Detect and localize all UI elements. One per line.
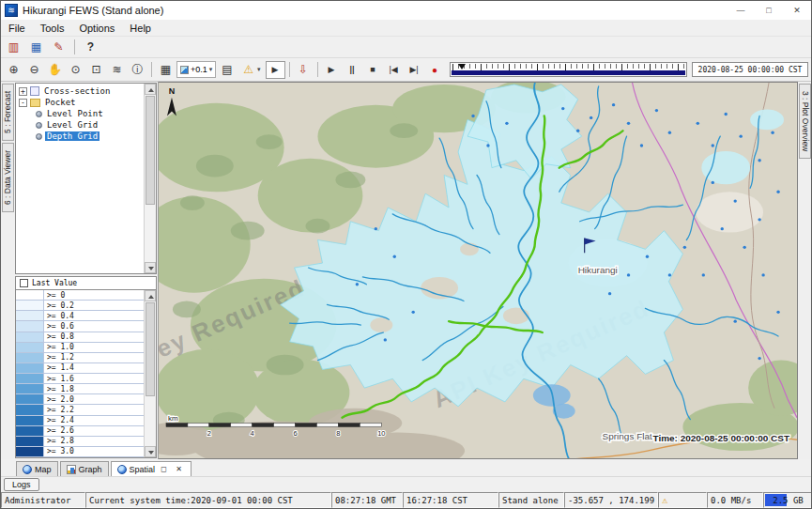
tree-item-level-point[interactable]: Level Point bbox=[16, 108, 144, 119]
record-button[interactable]: ● bbox=[425, 61, 445, 79]
legend-row[interactable]: >= 1.6 bbox=[16, 374, 144, 384]
legend-row[interactable]: >= 1.4 bbox=[16, 363, 144, 374]
animation-button[interactable]: ▶ bbox=[266, 61, 285, 79]
zoom-in-button[interactable]: ⊕ bbox=[4, 61, 23, 79]
zoom-out-button[interactable]: ⊖ bbox=[24, 61, 44, 79]
skip-to-start-button[interactable]: |◀ bbox=[384, 61, 404, 79]
timeline-datetime[interactable]: 2020-08-25 00:00:00 CST bbox=[692, 62, 808, 77]
map-view[interactable]: API Key Required API Key Required bbox=[159, 82, 798, 459]
legend-row[interactable]: >= 0.4 bbox=[16, 311, 144, 321]
restore-panel-icon[interactable]: ◻ bbox=[158, 463, 170, 476]
zoom-previous-button[interactable]: ⊙ bbox=[66, 61, 85, 79]
stop-button[interactable]: ■ bbox=[363, 61, 383, 79]
collapse-icon[interactable]: - bbox=[19, 99, 27, 107]
tab-spatial-label: Spatial bbox=[130, 465, 156, 474]
thresholds-dropdown[interactable]: ⚠ ▾ bbox=[237, 61, 264, 78]
legend-color-swatch bbox=[16, 374, 44, 383]
info-button[interactable]: ⓘ bbox=[128, 61, 147, 79]
data-tree: + Cross-section - Pocket Level Point bbox=[16, 84, 144, 273]
scroll-down-icon[interactable] bbox=[145, 262, 156, 273]
scrollbar-thumb[interactable] bbox=[146, 96, 155, 205]
contour-interval-select[interactable]: +0.1 ▾ bbox=[176, 61, 216, 78]
legend-row[interactable]: >= 0.8 bbox=[16, 332, 144, 343]
tree-item-pocket[interactable]: - Pocket bbox=[16, 97, 144, 108]
last-value-checkbox[interactable] bbox=[20, 279, 28, 287]
legend-row[interactable]: >= 2.6 bbox=[16, 426, 144, 437]
toolbar-separator bbox=[317, 62, 318, 77]
tab-map[interactable]: Map bbox=[16, 461, 58, 476]
legend-value-label: >= 2.2 bbox=[44, 405, 74, 414]
legend-value-label: >= 3.0 bbox=[44, 447, 74, 456]
node-bullet-icon bbox=[36, 111, 42, 117]
menu-file[interactable]: File bbox=[1, 21, 33, 36]
menu-help[interactable]: Help bbox=[122, 21, 159, 36]
legend-row[interactable]: >= 2.2 bbox=[16, 405, 144, 415]
scroll-up-icon[interactable] bbox=[145, 290, 156, 301]
tree-item-label: Cross-section bbox=[42, 86, 112, 96]
legend-value-label: >= 1.8 bbox=[44, 384, 74, 393]
skip-to-end-button[interactable]: ▶| bbox=[405, 61, 424, 79]
legend-table: >= 0>= 0.2>= 0.4>= 0.6>= 0.8>= 1.0>= 1.2… bbox=[15, 290, 157, 458]
scroll-up-icon[interactable] bbox=[145, 84, 156, 95]
legend-row[interactable]: >= 2.0 bbox=[16, 394, 144, 405]
scale-tick-label: 6 bbox=[293, 429, 297, 438]
menu-tools[interactable]: Tools bbox=[33, 21, 72, 36]
grid-display-icon[interactable]: ▦ bbox=[26, 39, 46, 56]
legend-row[interactable]: >= 0.6 bbox=[16, 321, 144, 332]
menu-options[interactable]: Options bbox=[71, 21, 122, 36]
zoom-extent-button[interactable]: ⊡ bbox=[86, 61, 106, 79]
scrollbar-thumb[interactable] bbox=[146, 302, 155, 396]
tab-data-viewer[interactable]: 6 : Data Viewer bbox=[2, 143, 14, 212]
data-tree-panel: + Cross-section - Pocket Level Point bbox=[15, 83, 157, 274]
layers-button[interactable]: ≋ bbox=[107, 61, 127, 79]
minimize-button[interactable]: — bbox=[727, 1, 755, 20]
timeline-thumb[interactable] bbox=[458, 64, 466, 69]
legend-scrollbar[interactable] bbox=[144, 290, 156, 457]
tree-item-cross-section[interactable]: + Cross-section bbox=[16, 85, 144, 97]
tree-item-depth-grid[interactable]: Depth Grid bbox=[16, 131, 144, 142]
profile-button[interactable]: ▤ bbox=[217, 61, 237, 79]
bottom-tab-bar: Map Graph Spatial ◻ ✕ bbox=[1, 459, 811, 476]
scrollbar-track[interactable] bbox=[145, 95, 156, 262]
database-icon[interactable]: ▥ bbox=[4, 39, 23, 56]
contour-interval-value: +0.1 bbox=[191, 65, 207, 74]
legend-row[interactable]: >= 2.4 bbox=[16, 416, 144, 426]
scroll-down-icon[interactable] bbox=[145, 446, 156, 457]
tab-spatial[interactable]: Spatial ◻ ✕ bbox=[111, 461, 192, 476]
legend-row[interactable]: >= 3.0 bbox=[16, 447, 144, 457]
legend-row[interactable]: >= 1.0 bbox=[16, 343, 144, 353]
close-panel-icon[interactable]: ✕ bbox=[173, 463, 185, 476]
tree-scrollbar[interactable] bbox=[144, 84, 156, 273]
help-button[interactable]: ? bbox=[81, 39, 100, 56]
close-button[interactable]: ✕ bbox=[783, 1, 811, 20]
timeline-slider[interactable] bbox=[450, 62, 687, 77]
grid-toggle-button[interactable]: ▦ bbox=[156, 61, 176, 79]
map-svg: API Key Required API Key Required bbox=[159, 83, 797, 458]
tree-item-level-grid[interactable]: Level Grid bbox=[16, 119, 144, 131]
edit-icon[interactable]: ✎ bbox=[49, 39, 69, 56]
expand-icon[interactable]: + bbox=[19, 87, 27, 96]
legend-row[interactable]: >= 2.8 bbox=[16, 437, 144, 447]
logs-row: Logs bbox=[1, 476, 811, 492]
logs-button[interactable]: Logs bbox=[4, 478, 39, 491]
legend-row[interactable]: >= 1.2 bbox=[16, 353, 144, 363]
title-bar: ≋ Hikurangi FEWS (Stand alone) — □ ✕ bbox=[1, 1, 811, 20]
pan-button[interactable]: ✋ bbox=[45, 61, 65, 79]
export-button[interactable]: ⇩ bbox=[294, 61, 314, 79]
pause-button[interactable]: || bbox=[343, 61, 362, 79]
status-gmt-time: 08:27:18 GMT bbox=[331, 492, 403, 508]
right-tab-strip: 3 : Plot Overview bbox=[798, 82, 811, 459]
status-local-time: 16:27:18 CST bbox=[403, 492, 498, 508]
legend-value-label: >= 0.6 bbox=[44, 321, 74, 331]
tab-graph[interactable]: Graph bbox=[60, 461, 109, 476]
tab-forecast[interactable]: 5 : Forecast bbox=[2, 84, 14, 141]
legend-row[interactable]: >= 0.2 bbox=[16, 301, 144, 311]
play-button[interactable]: ▶ bbox=[322, 61, 342, 79]
status-warning-icon[interactable]: ⚠ bbox=[658, 492, 707, 508]
tab-plot-overview[interactable]: 3 : Plot Overview bbox=[799, 84, 811, 159]
legend-row[interactable]: >= 1.8 bbox=[16, 384, 144, 394]
legend-color-swatch bbox=[16, 353, 44, 362]
legend-row[interactable]: >= 0 bbox=[16, 290, 144, 301]
maximize-button[interactable]: □ bbox=[755, 1, 783, 20]
scrollbar-track[interactable] bbox=[145, 301, 156, 446]
